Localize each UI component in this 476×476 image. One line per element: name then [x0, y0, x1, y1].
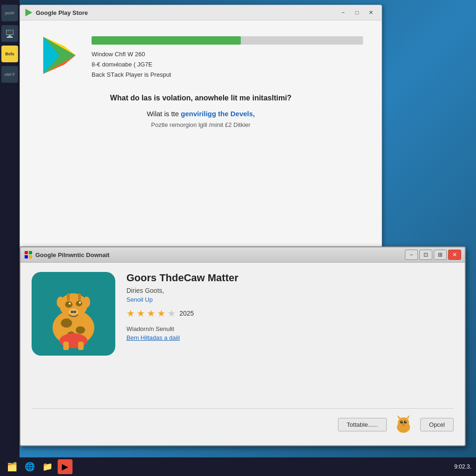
taskbar-time: 9:02.3. [454, 463, 471, 470]
svg-point-37 [405, 421, 406, 422]
star-2: ★ [137, 308, 145, 319]
svg-marker-32 [397, 415, 401, 419]
svg-marker-0 [26, 9, 33, 17]
cat-mascot [392, 413, 415, 436]
download-titlebar: Google Pilnwntic Downait − ⊡ ⊞ ✕ [20, 247, 465, 263]
play-store-titlebar: Google Play Store − □ ✕ [20, 5, 382, 20]
star-year: 2025 [179, 310, 194, 317]
svg-point-38 [403, 423, 404, 425]
play-subtext: Wilat is tte genviriligg the Devels, [39, 110, 363, 118]
play-bottom-text: Poztle remorgion lgill /minit £2 Ditkier [39, 121, 363, 128]
app-category: Senoil Up [126, 296, 454, 303]
subtext-highlight: genviriligg the Devels, [181, 110, 255, 118]
svg-rect-29 [78, 342, 84, 350]
taskbar-folder-icon[interactable]: 📁 [40, 459, 55, 474]
svg-rect-26 [78, 293, 81, 301]
svg-point-23 [71, 311, 73, 313]
svg-point-34 [400, 421, 403, 423]
install-button[interactable]: Tottable...... [338, 418, 387, 431]
dialog-content: Goors ThdeCaw Matter Diries Goots, Senoi… [20, 263, 465, 445]
star-1: ★ [126, 308, 135, 319]
minimize-button-1[interactable]: − [337, 8, 349, 17]
maximize-button-2[interactable]: ⊞ [434, 250, 447, 260]
svg-point-14 [57, 297, 64, 308]
svg-point-21 [79, 302, 81, 304]
giraffe-app-icon [36, 277, 111, 351]
star-4: ★ [157, 308, 165, 319]
title-left: Google Play Store [25, 8, 88, 17]
window1-controls: − □ ✕ [337, 8, 377, 17]
svg-point-31 [398, 417, 409, 428]
window2-controls: − ⊡ ⊞ ✕ [405, 250, 461, 260]
window2-title: Google Pilnwntic Downait [35, 251, 110, 258]
close-button-1[interactable]: ✕ [365, 8, 377, 17]
windows-icon [24, 251, 33, 259]
desktop: pooh 🖥️ Bols utel F Google Play Store − … [0, 0, 476, 476]
cat-icon [393, 414, 414, 435]
svg-point-10 [61, 318, 72, 328]
bottom-taskbar: 🗂️ 🌐 📁 ▶ 9:02.3. [0, 457, 476, 476]
close-button-2[interactable]: ✕ [448, 250, 461, 260]
svg-point-17 [76, 301, 82, 306]
svg-point-16 [65, 301, 73, 308]
taskbar-icon-2[interactable]: 🖥️ [1, 25, 18, 42]
taskbar-youtube-icon[interactable]: ▶ [58, 459, 73, 474]
play-info: Window ChfI W 260 8-€ domнloabe ( JG7E B… [92, 34, 363, 80]
play-store-icon [25, 8, 33, 17]
app-icon-container [32, 272, 115, 356]
progress-bar-container [92, 36, 363, 45]
restore-button-2[interactable]: ⊡ [419, 250, 432, 260]
cancel-button[interactable]: Opcel [420, 418, 454, 431]
left-taskbar: pooh 🖥️ Bols utel F [0, 0, 20, 476]
svg-point-36 [402, 421, 403, 422]
app-link[interactable]: Bem Hiltadas a daiil [126, 334, 454, 341]
svg-point-15 [83, 297, 90, 308]
taskbar-icon-1[interactable]: pooh [1, 5, 18, 21]
info-line-2: 8-€ domнloabe ( JG7E [92, 60, 363, 70]
subtext-plain: Wilat is tte [147, 110, 181, 118]
svg-rect-25 [67, 293, 70, 301]
maximize-button-1[interactable]: □ [351, 8, 363, 17]
svg-point-24 [73, 311, 76, 313]
title-left-2: Google Pilnwntic Downait [24, 251, 110, 259]
svg-rect-28 [63, 342, 69, 350]
svg-point-11 [76, 326, 85, 334]
star-5: ★ [167, 308, 176, 319]
minimize-button-2[interactable]: − [405, 250, 418, 260]
app-title: Goors ThdeCaw Matter [126, 272, 454, 284]
play-store-content: Window ChfI W 260 8-€ domнloabe ( JG7E B… [20, 20, 382, 249]
taskbar-icon-3[interactable]: Bols [1, 46, 18, 62]
svg-rect-7 [25, 255, 28, 258]
svg-rect-8 [29, 255, 32, 258]
star-3: ★ [147, 308, 155, 319]
svg-point-20 [69, 303, 71, 304]
window1-title: Google Play Store [36, 9, 88, 16]
play-question: What do las is volation, anowhele lit me… [39, 94, 363, 102]
dialog-footer: Tottable...... [32, 408, 454, 436]
svg-point-35 [404, 421, 407, 423]
app-details: Goors ThdeCaw Matter Diries Goots, Senoi… [126, 272, 454, 399]
app-info-row: Goors ThdeCaw Matter Diries Goots, Senoi… [32, 272, 454, 399]
progress-bar-fill [92, 36, 241, 45]
info-line-1: Window ChfI W 260 [92, 49, 363, 60]
svg-rect-6 [29, 251, 32, 254]
stars-row: ★ ★ ★ ★ ★ 2025 [126, 308, 454, 319]
play-logo [39, 34, 80, 76]
info-line-3: Back SТack Player is Presput [92, 70, 363, 80]
taskbar-browser-icon[interactable]: 🌐 [22, 459, 37, 474]
app-label: Wiadorn/n Senulit [126, 325, 454, 332]
download-dialog-window: Google Pilnwntic Downait − ⊡ ⊞ ✕ [20, 246, 466, 446]
play-info-text: Window ChfI W 260 8-€ domнloabe ( JG7E B… [92, 49, 363, 80]
svg-rect-5 [25, 251, 28, 254]
app-developer: Diries Goots, [126, 287, 454, 294]
play-store-window: Google Play Store − □ ✕ [20, 5, 382, 251]
play-header: Window ChfI W 260 8-€ domнloabe ( JG7E B… [39, 34, 363, 80]
taskbar-icon-4[interactable]: utel F [1, 66, 18, 83]
taskbar-files-icon[interactable]: 🗂️ [5, 459, 20, 474]
svg-marker-33 [406, 415, 410, 419]
